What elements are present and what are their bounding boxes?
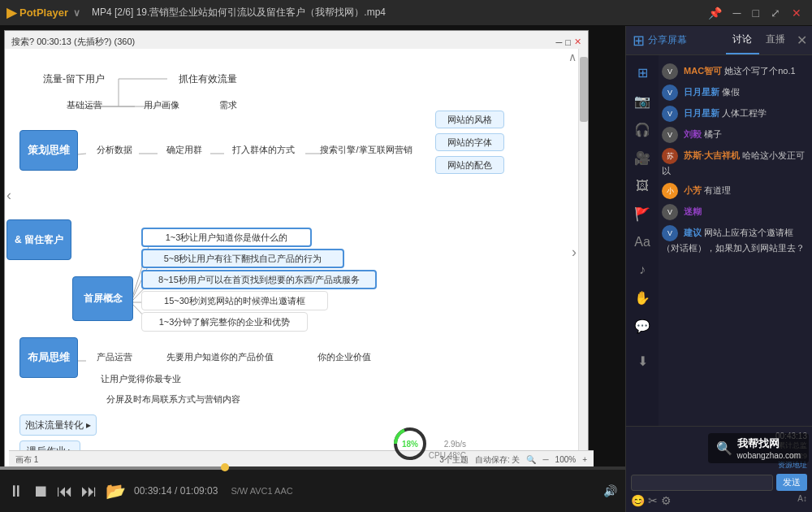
mm-scrollbar[interactable] xyxy=(578,49,588,468)
camera-icon[interactable]: 📷 xyxy=(631,90,654,112)
send-button[interactable]: 发送 xyxy=(776,474,807,491)
minimize-btn[interactable]: ─ xyxy=(729,5,745,21)
node-search: 搜索引擎/掌互联网营销 xyxy=(313,141,419,158)
total-time: 01:09:03 xyxy=(180,485,218,497)
chat-icon[interactable]: 💬 xyxy=(631,315,654,337)
scroll-left[interactable]: ‹ xyxy=(6,187,11,204)
username-3: 刘毅 xyxy=(684,129,702,139)
doc-maximize[interactable]: □ xyxy=(565,37,571,47)
share-screen-btn[interactable]: ⊞ xyxy=(633,32,645,50)
share-icon[interactable]: ⊞ xyxy=(634,62,651,84)
autosave-label: 自动保存: 关 xyxy=(475,454,520,466)
avatar-6: V xyxy=(662,204,678,220)
node-demand: 需求 xyxy=(208,96,248,114)
resize-btn[interactable]: ⤢ xyxy=(767,5,784,21)
maximize-btn[interactable]: □ xyxy=(749,5,763,21)
video-area: 搜索? 00:30:13 (先插秒?) (360) ─ □ ✕ 文件(F) 编辑… xyxy=(0,26,625,512)
chat-icon-row: 😊 ✂ ⚙ A↕ xyxy=(631,494,807,507)
progress-bar[interactable] xyxy=(0,466,625,470)
app-title: PotPlayer xyxy=(19,7,68,19)
chat-message-6: V 迷糊 xyxy=(662,204,809,220)
top-bar: ▶ PotPlayer ∨ MP4 [2/6] 19.营销型企业站如何引流以及留… xyxy=(0,0,812,26)
node-base-ops: 基础运营 xyxy=(54,96,114,114)
mm-scrollbar-thumb[interactable] xyxy=(580,57,588,122)
cpu-usage-circle: 18% xyxy=(392,426,428,462)
prev-btn[interactable]: ⏮ xyxy=(57,482,73,501)
pin-icon[interactable]: 📌 xyxy=(704,5,726,21)
chat-message-7: V 建议 网站上应有这个邀请框（对话框），如果加入到网站里去？ xyxy=(662,225,809,255)
font-size-icon[interactable]: A↕ xyxy=(797,494,807,507)
hand-icon[interactable]: ✋ xyxy=(631,287,654,309)
doc-close[interactable]: ✕ xyxy=(574,37,581,47)
current-time: 00:39:14 xyxy=(134,485,172,497)
zoom-plus[interactable]: + xyxy=(582,455,587,464)
watermark: 🔍 我帮找网 wobangzhao.com xyxy=(708,433,809,463)
app-logo[interactable]: ▶ PotPlayer ∨ xyxy=(0,5,87,20)
node-user-value: 先要用户知道你的产品价值 xyxy=(153,348,287,366)
tab-discussion[interactable]: 讨论 xyxy=(726,26,758,54)
emoji-icon[interactable]: 😊 xyxy=(631,494,645,507)
chat-message-3: V 刘毅 橘子 xyxy=(662,127,809,143)
top-controls: 📌 ─ □ ⤢ ✕ xyxy=(704,5,812,21)
mindmap-canvas[interactable]: 流量-留下用户 抓住有效流量 基础运营 用户画像 需求 策划思维 分析数据 确定… xyxy=(5,49,588,468)
avatar-4: 苏 xyxy=(662,148,678,164)
chat-message-2b: V 日月星新 人体工程学 xyxy=(662,106,809,122)
doc-minimize[interactable]: ─ xyxy=(556,37,563,47)
msg-text-1: 她这个写了个no.1 xyxy=(724,66,795,76)
msg-text-5: 有道理 xyxy=(704,184,731,194)
volume-btn[interactable]: 🔊 xyxy=(603,484,617,497)
music-icon[interactable]: ♪ xyxy=(636,259,649,280)
text-icon[interactable]: Aa xyxy=(631,232,654,253)
chat-message-2: V 日月星新 像假 xyxy=(662,85,809,101)
watermark-sub: wobangzhao.com xyxy=(737,451,801,460)
chat-message-5: 小 小芳 有道理 xyxy=(662,183,809,199)
watermark-text: 我帮找网 xyxy=(737,436,801,451)
settings-chat-icon[interactable]: ⚙ xyxy=(661,494,672,507)
node-strategy: 策划思维 xyxy=(19,130,78,171)
stop-btn[interactable]: ⏹ xyxy=(32,482,49,501)
scissor-icon[interactable]: ✂ xyxy=(648,494,658,507)
chat-input[interactable] xyxy=(631,475,773,491)
player-controls: ⏸ ⏹ ⏮ ⏭ 📂 00:39:14 / 01:09:03 S/W AVC1 A… xyxy=(0,466,625,512)
video-icon[interactable]: 🎥 xyxy=(631,147,654,169)
node-fs2: 5~8秒让用户有往下翻找自己产品的行为 xyxy=(141,249,344,268)
close-btn[interactable]: ✕ xyxy=(788,5,806,21)
open-btn[interactable]: 📂 xyxy=(106,481,126,501)
msg-text-2: 像假 xyxy=(722,87,740,97)
download-icon[interactable]: ⬇ xyxy=(634,350,651,372)
scroll-up[interactable]: ∧ xyxy=(568,50,577,63)
node-your-value: 你的企业价值 xyxy=(305,348,382,366)
svg-line-4 xyxy=(78,154,86,154)
image-icon[interactable]: 🖼 xyxy=(633,176,652,197)
codec-tags: S/W AVC1 AAC xyxy=(231,486,292,496)
cpu-temp: CPU 48°C xyxy=(429,450,466,462)
node-retain: & 留住客户 xyxy=(6,219,71,260)
flag-icon[interactable]: 🚩 xyxy=(631,203,654,225)
watermark-icon: 🔍 xyxy=(716,440,732,456)
headphone-icon[interactable]: 🎧 xyxy=(631,119,654,141)
panel-close-btn[interactable]: ✕ xyxy=(792,33,812,48)
chat-input-row: 发送 xyxy=(631,474,807,491)
chat-messages: V MAC智可 她这个写了个no.1 V 日月星新 像假 V 日月星新 人体工程… xyxy=(659,55,812,426)
chat-message-1: V MAC智可 她这个写了个no.1 xyxy=(662,63,809,80)
side-icons-column: ⊞ 📷 🎧 🎥 🖼 🚩 Aa ♪ ✋ 💬 ⬇ xyxy=(626,55,659,426)
avatar-2: V xyxy=(662,85,678,101)
node-site-color: 网站的配色 xyxy=(435,156,504,174)
msg-text-2b: 人体工程学 xyxy=(722,108,767,118)
zoom-level: 100% xyxy=(555,455,577,464)
node-firstscreen: 首屏概念 xyxy=(72,276,133,321)
node-layout-sys: 分屏及时布局联系方式与营销内容 xyxy=(86,390,261,408)
avatar-3: V xyxy=(662,127,678,143)
zoom-icon[interactable]: 🔍 xyxy=(526,455,536,464)
main-layout: 搜索? 00:30:13 (先插秒?) (360) ─ □ ✕ 文件(F) 编辑… xyxy=(0,26,812,512)
zoom-minus[interactable]: ─ xyxy=(542,455,548,464)
tab-live[interactable]: 直播 xyxy=(759,26,792,54)
avatar-7: V xyxy=(662,225,678,241)
scroll-right[interactable]: › xyxy=(572,244,577,261)
username-1: MAC智可 xyxy=(684,66,722,76)
node-analyze: 分析数据 xyxy=(86,141,143,158)
controls-row: ⏸ ⏹ ⏮ ⏭ 📂 00:39:14 / 01:09:03 S/W AVC1 A… xyxy=(0,470,625,512)
side-panel-tabs: ⊞ 分享屏幕 讨论 直播 ✕ xyxy=(626,26,812,55)
play-pause-btn[interactable]: ⏸ xyxy=(8,482,24,501)
next-btn[interactable]: ⏭ xyxy=(81,482,97,501)
